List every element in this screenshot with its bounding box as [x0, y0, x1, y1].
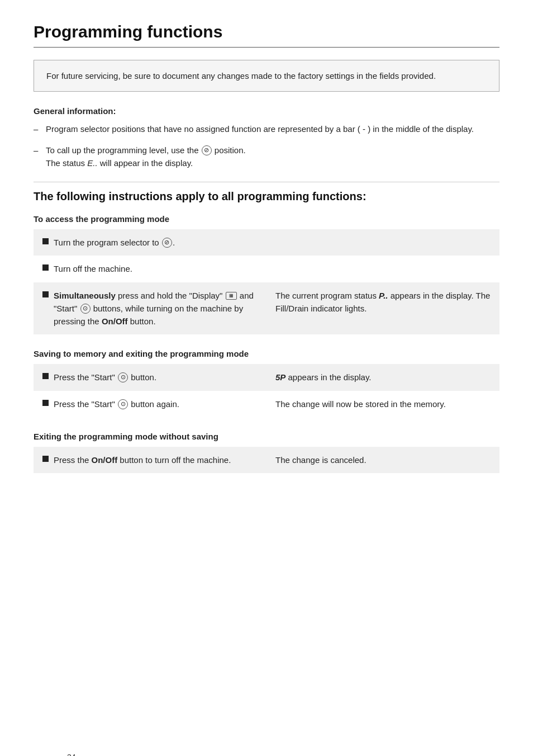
- bullet-icon: [42, 373, 49, 379]
- table-cell-left: Turn the program selector to ⊘.: [34, 229, 266, 256]
- start-icon-1: ⊙: [80, 304, 91, 314]
- page-number: 34: [67, 753, 76, 756]
- title-divider: [34, 47, 499, 48]
- exiting-table: Press the On/Off button to turn off the …: [34, 447, 499, 473]
- section-divider: [34, 182, 499, 182]
- table-cell-left: Press the "Start" ⊙ button.: [34, 364, 266, 390]
- exiting-heading: Exiting the programming mode without sav…: [34, 432, 499, 441]
- bullet-icon: [42, 264, 49, 271]
- table-cell-right: The current program status P.. appears i…: [266, 282, 499, 335]
- selector-icon-1: ⊘: [162, 238, 172, 248]
- access-programming-table: Turn the program selector to ⊘. Turn off…: [34, 229, 499, 334]
- table-cell-left: Simultaneously press and hold the "Displ…: [34, 282, 266, 335]
- table-cell-text: Press the On/Off button to turn off the …: [54, 453, 231, 466]
- access-programming-block: To access the programming mode: [34, 214, 499, 224]
- table-row: Press the On/Off button to turn off the …: [34, 447, 499, 473]
- table-cell-right: The change is canceled.: [266, 447, 499, 473]
- saving-memory-heading: Saving to memory and exiting the program…: [34, 349, 499, 358]
- bullet-icon: [42, 456, 49, 462]
- exiting-block: Exiting the programming mode without sav…: [34, 432, 499, 441]
- table-row: Turn off the machine.: [34, 256, 499, 282]
- bullet-icon: [42, 238, 49, 244]
- table-cell-text: Turn off the machine.: [54, 262, 132, 275]
- table-cell-right: [266, 229, 499, 256]
- info-box-text: For future servicing, be sure to documen…: [46, 71, 436, 81]
- info-box: For future servicing, be sure to documen…: [34, 60, 499, 92]
- table-cell-right: The change will now be stored in the mem…: [266, 391, 499, 417]
- general-info-list: Program selector positions that have no …: [34, 122, 499, 169]
- table-row: Press the "Start" ⊙ button. 5P appears i…: [34, 364, 499, 390]
- bullet-icon: [42, 291, 49, 297]
- table-row: Press the "Start" ⊙ button again. The ch…: [34, 391, 499, 417]
- general-info-heading: General information:: [34, 106, 499, 116]
- table-cell-left: Press the "Start" ⊙ button again.: [34, 391, 266, 417]
- table-cell-left: Press the On/Off button to turn off the …: [34, 447, 266, 473]
- instructions-heading: The following instructions apply to all …: [34, 190, 499, 203]
- table-cell-text: Simultaneously press and hold the "Displ…: [54, 289, 258, 328]
- table-cell-right: [266, 256, 499, 282]
- table-cell-text: Press the "Start" ⊙ button again.: [54, 398, 179, 410]
- table-cell-right: 5P appears in the display.: [266, 364, 499, 390]
- bullet-icon: [42, 400, 49, 406]
- access-programming-heading: To access the programming mode: [34, 214, 499, 224]
- page-title: Programming functions: [34, 22, 499, 41]
- saving-memory-block: Saving to memory and exiting the program…: [34, 349, 499, 358]
- table-row: Turn the program selector to ⊘.: [34, 229, 499, 256]
- program-position-icon: ⊘: [202, 145, 212, 155]
- general-info-item-2: To call up the programming level, use th…: [34, 144, 499, 170]
- table-cell-text: Press the "Start" ⊙ button.: [54, 371, 156, 384]
- start-icon-3: ⊙: [118, 399, 128, 409]
- table-cell-text: Turn the program selector to ⊘.: [54, 236, 175, 249]
- start-icon-2: ⊙: [118, 372, 128, 382]
- table-cell-left: Turn off the machine.: [34, 256, 266, 282]
- table-row: Simultaneously press and hold the "Displ…: [34, 282, 499, 335]
- display-icon: ▦: [226, 292, 237, 300]
- saving-memory-table: Press the "Start" ⊙ button. 5P appears i…: [34, 364, 499, 417]
- general-info-item-1: Program selector positions that have no …: [34, 122, 499, 135]
